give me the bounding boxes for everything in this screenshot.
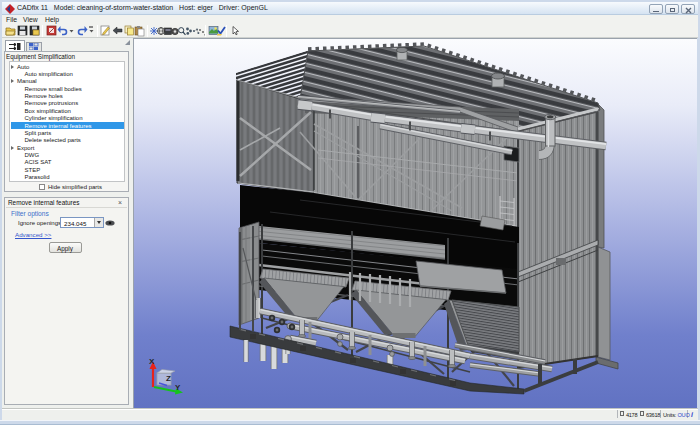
svg-text:Y: Y xyxy=(175,383,181,392)
svg-text:Z: Z xyxy=(166,374,171,383)
svg-text:X: X xyxy=(149,357,155,366)
